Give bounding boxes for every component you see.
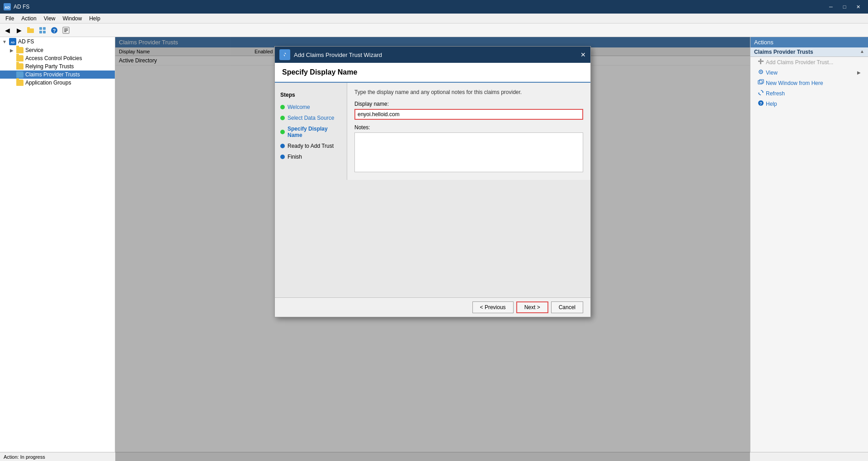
expand-service[interactable]: ▶ <box>9 47 14 53</box>
tree-label-access-control: Access Control Policies <box>25 55 82 61</box>
tree-label-app-groups: Application Groups <box>25 80 71 86</box>
new-window-icon <box>758 79 764 87</box>
step-dot-ready-add <box>280 144 285 148</box>
wizard-icon <box>279 49 290 60</box>
modal-close-button[interactable]: ✕ <box>580 52 586 58</box>
right-action-new-window[interactable]: New Window from Here <box>750 78 868 88</box>
step-specify-display: Specify Display Name <box>275 123 347 141</box>
previous-button[interactable]: < Previous <box>472 301 514 313</box>
tree-label-adfs: AD FS <box>18 38 34 45</box>
tree-item-service[interactable]: ▶ Service <box>0 46 115 54</box>
tree-item-app-groups[interactable]: Application Groups <box>0 79 115 87</box>
right-action-view[interactable]: View ▶ <box>750 67 868 78</box>
expand-adfs[interactable]: ▼ <box>2 39 7 44</box>
modal-overlay: Add Claims Provider Trust Wizard ✕ Speci… <box>115 37 750 461</box>
minimize-button[interactable]: ─ <box>825 2 837 11</box>
menu-bar: File Action View Window Help <box>0 14 868 24</box>
tree-item-access-control[interactable]: Access Control Policies <box>0 54 115 62</box>
svg-rect-4 <box>39 27 42 30</box>
right-section-label: Claims Provider Trusts <box>754 49 813 55</box>
tree-label-claims-provider: Claims Provider Trusts <box>25 71 80 78</box>
right-panel: Actions Claims Provider Trusts ▲ Add Cla… <box>750 37 868 461</box>
folder-icon-app-groups <box>16 80 24 86</box>
view-icon <box>758 69 764 76</box>
forward-button[interactable]: ▶ <box>14 25 24 36</box>
display-name-input[interactable] <box>354 109 583 120</box>
svg-rect-5 <box>43 27 46 30</box>
main-layout: ▼ AD AD FS ▶ Service Access Control Poli… <box>0 37 868 461</box>
menu-file[interactable]: File <box>2 14 18 23</box>
refresh-icon <box>758 89 764 97</box>
left-panel: ▼ AD AD FS ▶ Service Access Control Poli… <box>0 37 115 461</box>
folder-icon-access-control <box>16 55 24 61</box>
svg-rect-13 <box>64 31 66 32</box>
step-welcome: Welcome <box>275 102 347 113</box>
tree-item-claims-provider[interactable]: Claims Provider Trusts <box>0 71 115 79</box>
folder-icon-service <box>16 47 24 53</box>
steps-header: Steps <box>275 88 347 102</box>
menu-view[interactable]: View <box>40 14 59 23</box>
notes-label: Notes: <box>354 124 583 131</box>
step-label-ready-add: Ready to Add Trust <box>288 143 334 149</box>
step-select-source: Select Data Source <box>275 113 347 123</box>
wizard-steps: Steps Welcome Select Data Source Specify… <box>275 83 347 180</box>
action-button[interactable] <box>61 25 71 36</box>
wizard-title: Specify Display Name <box>275 63 590 83</box>
help-button[interactable]: ? <box>49 25 60 36</box>
tree-item-adfs[interactable]: ▼ AD AD FS <box>0 37 115 46</box>
view-arrow-icon: ▶ <box>857 70 861 75</box>
svg-text:?: ? <box>760 101 762 106</box>
right-action-refresh-label: Refresh <box>766 90 785 97</box>
notes-textarea[interactable] <box>354 132 583 172</box>
svg-point-16 <box>281 51 288 58</box>
adfs-icon: AD <box>9 38 16 45</box>
center-panel: Claims Provider Trusts Display Name Enab… <box>115 37 750 461</box>
modal-titlebar: Add Claims Provider Trust Wizard ✕ <box>275 47 590 63</box>
step-label-select-source: Select Data Source <box>288 115 334 121</box>
svg-rect-21 <box>758 80 762 84</box>
display-name-label: Display name: <box>354 101 583 107</box>
right-header-title: Actions <box>754 39 774 46</box>
add-icon <box>758 58 764 66</box>
svg-rect-22 <box>760 80 764 83</box>
step-label-finish: Finish <box>288 154 302 160</box>
step-dot-select-source <box>280 116 285 120</box>
app-icon: AD <box>4 3 11 10</box>
close-button[interactable]: ✕ <box>852 2 864 11</box>
step-dot-welcome <box>280 105 285 109</box>
wizard-description: Type the display name and any optional n… <box>354 89 583 95</box>
modal-buttons: < Previous Next > Cancel <box>275 297 590 317</box>
menu-help[interactable]: Help <box>85 14 104 23</box>
step-label-specify-display: Specify Display Name <box>288 126 341 138</box>
status-text: Action: In progress <box>4 454 45 460</box>
svg-text:?: ? <box>53 28 56 33</box>
cancel-button[interactable]: Cancel <box>551 301 583 313</box>
tree-label-service: Service <box>25 47 43 53</box>
modal-body: Steps Welcome Select Data Source Specify… <box>275 83 590 180</box>
menu-window[interactable]: Window <box>59 14 86 23</box>
tree-item-relying-party[interactable]: Relying Party Trusts <box>0 62 115 71</box>
svg-rect-7 <box>43 31 46 33</box>
right-action-refresh[interactable]: Refresh <box>750 88 868 99</box>
step-dot-finish <box>280 155 285 159</box>
back-button[interactable]: ◀ <box>2 25 13 36</box>
svg-rect-6 <box>39 31 42 33</box>
right-action-help-label: Help <box>766 101 777 107</box>
svg-rect-11 <box>64 28 68 29</box>
menu-action[interactable]: Action <box>18 14 40 23</box>
svg-rect-2 <box>27 28 34 33</box>
next-button[interactable]: Next > <box>516 301 548 313</box>
help-icon: ? <box>758 100 764 108</box>
maximize-button[interactable]: □ <box>838 2 851 11</box>
properties-button[interactable] <box>37 25 48 36</box>
modal-footer-area <box>275 180 590 297</box>
right-section-claims-provider: Claims Provider Trusts ▲ <box>750 47 868 57</box>
right-action-view-label: View <box>766 70 778 76</box>
right-action-help[interactable]: ? Help <box>750 99 868 109</box>
modal-title: Add Claims Provider Trust Wizard <box>294 52 382 58</box>
svg-point-20 <box>760 71 762 73</box>
toolbar: ◀ ▶ ? <box>0 24 868 37</box>
folder-icon-relying-party <box>16 63 24 70</box>
folder-button[interactable] <box>25 25 36 36</box>
right-action-add-label: Add Claims Provider Trust... <box>766 59 833 66</box>
